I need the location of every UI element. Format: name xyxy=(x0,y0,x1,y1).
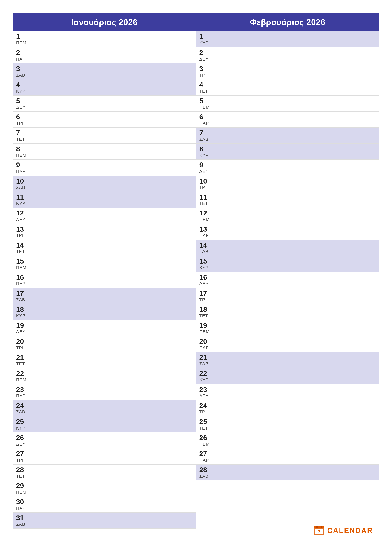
day-row: 19ΔΕΥ xyxy=(13,320,196,336)
day-name: ΠΕΜ xyxy=(199,329,376,334)
day-row: 17ΤΡΙ xyxy=(196,288,379,304)
day-number: 18 xyxy=(199,306,376,313)
day-name: ΠΕΜ xyxy=(16,153,193,158)
day-number: 11 xyxy=(199,193,376,201)
day-number: 12 xyxy=(199,209,376,217)
day-row: 22ΠΕΜ xyxy=(13,368,196,384)
day-row: 2ΠΑΡ xyxy=(13,47,196,63)
day-name: ΤΡΙ xyxy=(16,121,193,126)
day-row: 25ΚΥΡ xyxy=(13,416,196,432)
day-number: 26 xyxy=(199,434,376,442)
day-row: 10ΤΡΙ xyxy=(196,176,379,192)
day-name: ΤΡΙ xyxy=(199,185,376,190)
month-header-1: Φεβρουάριος 2026 xyxy=(196,13,379,31)
day-row: 26ΠΕΜ xyxy=(196,432,379,448)
day-name: ΣΑΒ xyxy=(16,409,193,415)
day-number: 5 xyxy=(16,97,193,105)
day-row: 31ΣΑΒ xyxy=(13,513,196,529)
day-name: ΣΑΒ xyxy=(16,185,193,190)
day-row: 15ΚΥΡ xyxy=(196,256,379,272)
day-number: 15 xyxy=(16,257,193,265)
day-number: 11 xyxy=(16,193,193,201)
day-row: 2ΔΕΥ xyxy=(196,47,379,63)
day-number: 9 xyxy=(16,161,193,169)
day-name: ΣΑΒ xyxy=(199,361,376,366)
day-name: ΠΕΜ xyxy=(16,490,193,495)
day-row: 16ΔΕΥ xyxy=(196,272,379,288)
day-row: 23ΔΕΥ xyxy=(196,384,379,400)
day-row: 13ΠΑΡ xyxy=(196,224,379,240)
day-name: ΤΡΙ xyxy=(199,73,376,78)
day-number: 22 xyxy=(199,370,376,377)
day-number: 17 xyxy=(16,290,193,297)
day-name: ΔΕΥ xyxy=(16,105,193,110)
day-name: ΠΑΡ xyxy=(16,281,193,286)
day-row: 1ΚΥΡ xyxy=(196,31,379,47)
day-name: ΚΥΡ xyxy=(199,41,376,45)
day-name: ΔΕΥ xyxy=(199,281,376,286)
day-number: 22 xyxy=(16,370,193,377)
day-number: 27 xyxy=(16,450,193,458)
day-number: 31 xyxy=(16,514,193,522)
day-number: 23 xyxy=(199,386,376,394)
day-row: 28ΤΕΤ xyxy=(13,465,196,481)
day-number: 21 xyxy=(16,354,193,361)
day-name: ΔΕΥ xyxy=(16,442,193,447)
day-number: 14 xyxy=(199,241,376,249)
day-number: 7 xyxy=(16,129,193,137)
day-name: ΤΕΤ xyxy=(16,249,193,254)
day-name: ΠΕΜ xyxy=(16,265,193,270)
day-number: 1 xyxy=(16,33,193,41)
day-number: 25 xyxy=(16,418,193,425)
day-row: 5ΔΕΥ xyxy=(13,95,196,111)
day-number: 5 xyxy=(199,97,376,105)
day-row: 9ΔΕΥ xyxy=(196,160,379,175)
day-row: 25ΤΕΤ xyxy=(196,416,379,432)
day-row: 21ΤΕΤ xyxy=(13,352,196,368)
day-number: 18 xyxy=(16,306,193,313)
day-number: 7 xyxy=(199,129,376,137)
day-number: 25 xyxy=(199,418,376,425)
day-name: ΚΥΡ xyxy=(16,89,193,94)
day-name: ΔΕΥ xyxy=(199,57,376,62)
day-name: ΚΥΡ xyxy=(16,201,193,206)
day-name: ΤΡΙ xyxy=(16,233,193,238)
day-name: ΚΥΡ xyxy=(199,378,376,383)
day-name: ΤΕΤ xyxy=(16,361,193,366)
day-name: ΚΥΡ xyxy=(199,153,376,158)
day-name: ΤΡΙ xyxy=(16,345,193,351)
day-row: 24ΤΡΙ xyxy=(196,400,379,416)
day-name: ΚΥΡ xyxy=(16,313,193,318)
day-name: ΤΡΙ xyxy=(199,297,376,302)
day-name: ΤΕΤ xyxy=(16,137,193,142)
day-name: ΠΑΡ xyxy=(16,169,193,174)
day-number: 17 xyxy=(199,290,376,297)
day-row: 14ΤΕΤ xyxy=(13,240,196,256)
day-name: ΠΑΡ xyxy=(199,233,376,238)
day-name: ΤΡΙ xyxy=(199,409,376,415)
day-name: ΠΕΜ xyxy=(16,378,193,383)
month-col-0: Ιανουάριος 20261ΠΕΜ2ΠΑΡ3ΣΑΒ4ΚΥΡ5ΔΕΥ6ΤΡΙ7… xyxy=(13,13,196,529)
day-name: ΣΑΒ xyxy=(16,522,193,527)
day-name: ΚΥΡ xyxy=(199,265,376,270)
day-number: 10 xyxy=(16,177,193,185)
day-number: 1 xyxy=(199,33,376,41)
day-number: 20 xyxy=(16,338,193,345)
day-number: 28 xyxy=(16,466,193,474)
day-name: ΠΑΡ xyxy=(16,394,193,399)
day-row: 18ΤΕΤ xyxy=(196,304,379,320)
day-row: 19ΠΕΜ xyxy=(196,320,379,336)
day-row: 4ΤΕΤ xyxy=(196,80,379,95)
empty-row xyxy=(196,481,379,493)
day-row: 17ΣΑΒ xyxy=(13,288,196,304)
day-row: 28ΣΑΒ xyxy=(196,465,379,481)
day-number: 30 xyxy=(16,498,193,506)
day-name: ΤΡΙ xyxy=(16,458,193,463)
day-number: 4 xyxy=(199,81,376,89)
day-row: 8ΠΕΜ xyxy=(13,144,196,160)
day-row: 3ΣΑΒ xyxy=(13,63,196,80)
day-name: ΣΑΒ xyxy=(199,474,376,479)
day-row: 16ΠΑΡ xyxy=(13,272,196,288)
day-row: 6ΠΑΡ xyxy=(196,111,379,128)
day-number: 8 xyxy=(16,145,193,153)
